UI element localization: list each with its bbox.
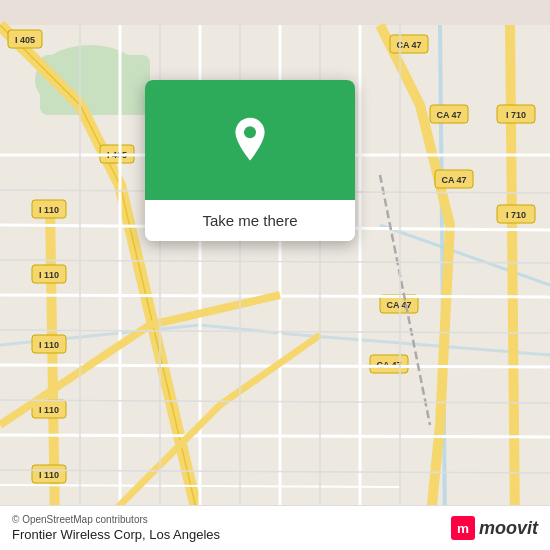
svg-text:I 405: I 405 — [15, 35, 35, 45]
popup-header — [145, 80, 355, 200]
take-me-there-button[interactable]: Take me there — [145, 200, 355, 241]
bottom-bar: © OpenStreetMap contributors Frontier Wi… — [0, 505, 550, 550]
popup-card: Take me there — [145, 80, 355, 241]
svg-text:I 110: I 110 — [39, 270, 59, 280]
svg-text:I 710: I 710 — [506, 210, 526, 220]
moovit-icon: m — [451, 516, 475, 540]
place-name: Frontier Wireless Corp, Los Angeles — [12, 527, 220, 542]
location-pin-icon — [226, 116, 274, 164]
svg-text:CA 47: CA 47 — [436, 110, 461, 120]
svg-text:I 110: I 110 — [39, 205, 59, 215]
svg-text:m: m — [457, 521, 469, 536]
moovit-brand-text: moovit — [479, 518, 538, 539]
map-attribution: © OpenStreetMap contributors — [12, 514, 220, 525]
svg-text:CA 47: CA 47 — [441, 175, 466, 185]
svg-text:I 110: I 110 — [39, 340, 59, 350]
svg-text:I 710: I 710 — [506, 110, 526, 120]
moovit-logo: m moovit — [451, 516, 538, 540]
svg-text:I 110: I 110 — [39, 405, 59, 415]
svg-point-51 — [244, 126, 256, 138]
svg-text:I 110: I 110 — [39, 470, 59, 480]
map-container: I 405 I 405 I 110 I 110 I 110 I 110 I 11… — [0, 0, 550, 550]
svg-line-35 — [0, 435, 550, 437]
